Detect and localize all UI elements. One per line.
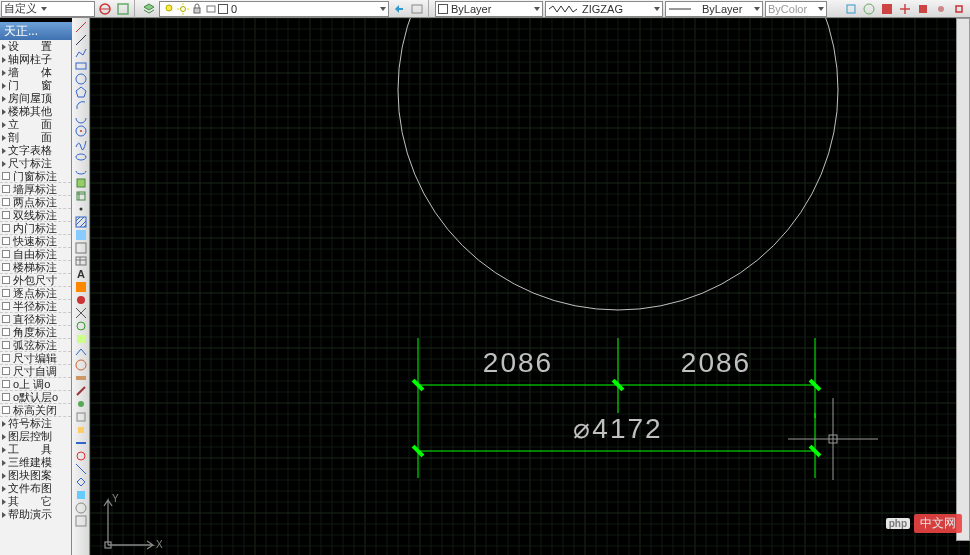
- svg-rect-38: [76, 516, 86, 526]
- tool-table-icon[interactable]: [73, 254, 89, 267]
- svg-point-9: [864, 4, 874, 14]
- chevron-down-icon: [818, 7, 824, 11]
- tool-circle2-icon[interactable]: [73, 124, 89, 137]
- svg-rect-10: [882, 4, 892, 14]
- tool-t22-icon[interactable]: [73, 306, 89, 319]
- tool-insert-icon[interactable]: [73, 189, 89, 202]
- tool-spline-icon[interactable]: [73, 137, 89, 150]
- tool-line-icon[interactable]: [73, 20, 89, 33]
- layer-color-swatch: [218, 4, 228, 14]
- tool-t35-icon[interactable]: [73, 475, 89, 488]
- svg-point-29: [77, 322, 85, 330]
- osnap-icon-1[interactable]: [842, 1, 860, 17]
- svg-point-17: [80, 130, 82, 132]
- tool-t31-icon[interactable]: [73, 423, 89, 436]
- watermark-logo: php: [886, 518, 910, 529]
- tool-point-icon[interactable]: [73, 202, 89, 215]
- panel-tail-7[interactable]: 帮助演示: [0, 508, 71, 521]
- tool-t25-icon[interactable]: [73, 345, 89, 358]
- svg-rect-32: [76, 376, 86, 380]
- svg-rect-24: [76, 243, 86, 253]
- tool-t36-icon[interactable]: [73, 488, 89, 501]
- tool-pline-icon[interactable]: [73, 46, 89, 59]
- tool-t28-icon[interactable]: [73, 384, 89, 397]
- lineweight-selector[interactable]: ByLayer: [665, 1, 763, 17]
- tool-hatch-icon[interactable]: [73, 215, 89, 228]
- color-selector[interactable]: ByLayer: [435, 1, 543, 17]
- tool-t27-icon[interactable]: [73, 371, 89, 384]
- layer-state-icon[interactable]: [408, 1, 426, 17]
- svg-point-21: [79, 207, 82, 210]
- dimension-upper[interactable]: 2086 2086: [412, 338, 822, 418]
- dim-style-value: 自定义: [4, 1, 37, 16]
- svg-text:Y: Y: [112, 493, 119, 504]
- osnap-icon-4[interactable]: [896, 1, 914, 17]
- tool-line2-icon[interactable]: [73, 33, 89, 46]
- osnap-icon-5[interactable]: [914, 1, 932, 17]
- svg-rect-36: [77, 491, 85, 499]
- left-panel: 设 置轴网柱子墙 体门 窗房间屋顶楼梯其他立 面剖 面文字表格尺寸标注 门窗标注…: [0, 40, 72, 555]
- svg-rect-27: [76, 282, 86, 292]
- tool-t26-icon[interactable]: [73, 358, 89, 371]
- tool-t24-icon[interactable]: [73, 332, 89, 345]
- svg-rect-19: [77, 179, 85, 187]
- plot-color-value: ByColor: [768, 3, 807, 15]
- tool-t20-icon[interactable]: [73, 280, 89, 293]
- tool-t30-icon[interactable]: [73, 410, 89, 423]
- svg-rect-14: [76, 63, 86, 69]
- dim-style-selector[interactable]: 自定义: [1, 1, 95, 17]
- linetype-value: ZIGZAG: [582, 3, 623, 15]
- layer-manager-icon[interactable]: [140, 1, 158, 17]
- tool-text-icon[interactable]: A: [73, 267, 89, 280]
- linetype-selector[interactable]: ZIGZAG: [545, 1, 663, 17]
- svg-rect-11: [919, 5, 927, 13]
- watermark-text: 中文网: [914, 514, 962, 533]
- tool-ellarc-icon[interactable]: [73, 163, 89, 176]
- tool-t33-icon[interactable]: [73, 449, 89, 462]
- tool-t32-icon[interactable]: [73, 436, 89, 449]
- tool-block-icon[interactable]: [73, 176, 89, 189]
- tool-grad-icon[interactable]: [73, 228, 89, 241]
- svg-text:A: A: [77, 268, 85, 280]
- tool-t29-icon[interactable]: [73, 397, 89, 410]
- tool-t21-icon[interactable]: [73, 293, 89, 306]
- svg-point-12: [938, 6, 944, 12]
- tool-t38-icon[interactable]: [73, 514, 89, 527]
- vertical-scrollbar[interactable]: [956, 18, 970, 541]
- osnap-icon-6[interactable]: [932, 1, 950, 17]
- osnap-icon-2[interactable]: [860, 1, 878, 17]
- osnap-icon-3[interactable]: [878, 1, 896, 17]
- tool-ellipse-icon[interactable]: [73, 150, 89, 163]
- watermark: php 中文网: [886, 514, 962, 533]
- tool-t37-icon[interactable]: [73, 501, 89, 514]
- svg-point-28: [77, 296, 85, 304]
- chevron-down-icon: [380, 7, 386, 11]
- icon-btn-2[interactable]: [114, 1, 132, 17]
- tool-circle-icon[interactable]: [73, 72, 89, 85]
- svg-point-15: [76, 74, 86, 84]
- svg-rect-30: [77, 335, 85, 343]
- color-value: ByLayer: [451, 3, 491, 15]
- svg-rect-8: [847, 5, 855, 13]
- layer-prev-icon[interactable]: [390, 1, 408, 17]
- chevron-down-icon: [754, 7, 760, 11]
- tool-poly-icon[interactable]: [73, 85, 89, 98]
- tool-region-icon[interactable]: [73, 241, 89, 254]
- drawing-canvas[interactable]: 2086 2086 ⌀4172 X Y: [90, 18, 970, 555]
- panel-title[interactable]: 天正...: [0, 22, 72, 40]
- layer-selector[interactable]: 0: [159, 1, 389, 17]
- tool-rect-icon[interactable]: [73, 59, 89, 72]
- dimension-lower[interactable]: ⌀4172: [412, 413, 822, 478]
- canvas-svg: 2086 2086 ⌀4172 X Y: [90, 18, 970, 555]
- tool-t23-icon[interactable]: [73, 319, 89, 332]
- svg-rect-23: [76, 230, 86, 240]
- svg-point-37: [76, 503, 86, 513]
- icon-btn-1[interactable]: [96, 1, 114, 17]
- plot-color-selector[interactable]: ByColor: [765, 1, 827, 17]
- osnap-icon-7[interactable]: [950, 1, 968, 17]
- svg-rect-4: [194, 8, 200, 13]
- crosshair-cursor: [788, 398, 878, 480]
- tool-t34-icon[interactable]: [73, 462, 89, 475]
- tool-arc-icon[interactable]: [73, 98, 89, 111]
- tool-arc2-icon[interactable]: [73, 111, 89, 124]
